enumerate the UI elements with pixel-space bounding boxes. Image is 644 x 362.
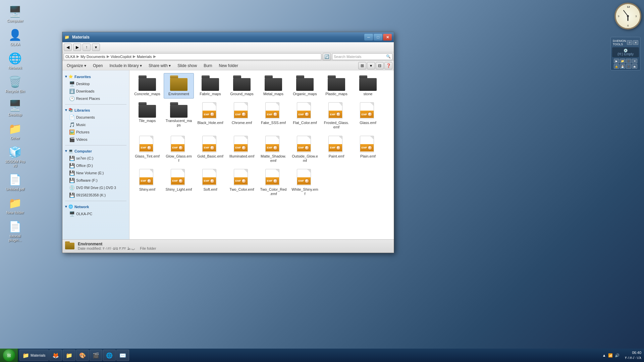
file-item-outside-glow[interactable]: EMF Outside_Glow.emf [290, 133, 320, 165]
daemon-tools-close[interactable]: ✕ [633, 40, 638, 45]
file-item-environment[interactable]: Environment [164, 73, 194, 99]
up-button[interactable]: ↑ [83, 44, 91, 51]
sidebar-item-e[interactable]: 💾 New Volume (E:) [62, 169, 129, 177]
sidebar-network-header[interactable]: ▾ 🌐 Network [62, 203, 129, 210]
file-item-fabric-maps[interactable]: Fabric_maps [195, 73, 225, 99]
sidebar-item-f[interactable]: 💾 Software (F:) [62, 177, 129, 184]
menu-organize[interactable]: Organize ▾ [64, 62, 89, 69]
tray-volume-icon[interactable]: 🔊 [615, 353, 620, 358]
details-pane-button[interactable]: ⊟ [376, 62, 384, 69]
sidebar-favorites-header[interactable]: ▾ ⭐ Favorites [62, 73, 129, 80]
dt-save[interactable]: 💾 [620, 64, 625, 69]
file-item-ground-maps[interactable]: Ground_maps [227, 73, 257, 99]
file-item-stone[interactable]: stone [353, 73, 383, 99]
close-button[interactable]: ✕ [383, 34, 392, 41]
sidebar-item-music[interactable]: 🎵 Music [62, 121, 129, 128]
menu-new-folder[interactable]: New folder [216, 62, 241, 69]
file-item-plain[interactable]: EMF Plain.emf [353, 133, 383, 165]
taskbar-item-explorer2[interactable]: 📁 [63, 350, 75, 361]
sidebar-item-k[interactable]: 💾 09158235358 (K:) [62, 191, 129, 199]
file-item-concrete-maps[interactable]: Concrete_maps [132, 73, 162, 99]
desktop-icon-computer[interactable]: 🖥️ Computer [3, 3, 27, 24]
file-item-chrome[interactable]: EMF Chrome.emf [227, 100, 257, 132]
tray-arrow-icon[interactable]: ▲ [602, 353, 606, 357]
dt-btn-1[interactable]: ▶ [614, 59, 619, 63]
dt-btn-4[interactable]: ✕ [632, 59, 637, 63]
view-toggle-button[interactable]: ▾ [367, 62, 375, 69]
file-item-translucent-maps[interactable]: Translucent_maps [164, 100, 194, 132]
sidebar-item-pictures[interactable]: 🖼️ Pictures [62, 128, 129, 136]
file-item-glass-tint[interactable]: EMF Glass_Tint.emf [132, 133, 162, 165]
file-item-two-color-red[interactable]: EMF Two_Color_Red.emf [258, 167, 288, 198]
view-options-button[interactable]: ⊞ [358, 62, 366, 69]
sidebar-item-c[interactable]: 💾 se7en (C:) [62, 155, 129, 162]
taskbar-item-photoshop[interactable]: 🎨 [76, 350, 89, 361]
minimize-button[interactable]: ─ [364, 34, 373, 41]
desktop-icon-pdf[interactable]: 📄 Untitled.pdf [3, 172, 27, 192]
menu-include-library[interactable]: Include in library ▾ [106, 62, 145, 69]
desktop-icon-desktop[interactable]: 🖥️ Desktop [3, 97, 27, 118]
recent-button[interactable]: ▾ [92, 44, 100, 51]
desktop-icon-tutorial[interactable]: 📄 tutorial plugin... [3, 219, 27, 243]
file-item-soft[interactable]: EMF Soft.emf [195, 167, 225, 198]
dt-btn-2[interactable]: 📁 [620, 59, 625, 63]
file-item-organic-maps[interactable]: Organic_maps [290, 73, 320, 99]
file-item-two-color[interactable]: EMF Two_Color.emf [227, 167, 257, 198]
file-item-flat-color[interactable]: EMF Flat_Color.emf [290, 100, 320, 132]
file-item-shiny-light[interactable]: EMF Shiny_Light.emf [164, 167, 194, 198]
path-seg-1[interactable]: My Documents [80, 55, 105, 59]
sidebar-item-d[interactable]: 💾 Office (D:) [62, 162, 129, 169]
taskbar-clock[interactable]: 06:40 ۲-۱۷-/۰۱/۸ [622, 350, 644, 361]
file-item-frosted-glass[interactable]: EMF Frosted_Glass.emf [321, 100, 352, 132]
sidebar-computer-header[interactable]: ▾ 💻 Computer [62, 147, 129, 155]
desktop-icon-olka[interactable]: 👤 OLKA [3, 27, 27, 48]
desktop-icon-recycle-bin[interactable]: 🗑️ Recycle Bin [3, 74, 27, 95]
file-item-plastic-maps[interactable]: Plastic_maps [321, 73, 352, 99]
dt-add[interactable]: ➕ [626, 64, 631, 69]
maximize-button[interactable]: □ [374, 34, 382, 41]
dt-lock[interactable]: 🔒 [614, 64, 619, 69]
desktop-icon-new-folder[interactable]: 📁 New folder [3, 195, 27, 216]
menu-slideshow[interactable]: Slide show [174, 62, 200, 69]
file-item-paint[interactable]: EMF Paint.emf [321, 133, 352, 165]
refresh-button[interactable]: 🔄 [323, 53, 331, 60]
daemon-tools-help[interactable]: ? [627, 40, 632, 45]
forward-button[interactable]: ▶ [73, 44, 81, 51]
taskbar-item-globe[interactable]: 🌐 [103, 350, 116, 361]
file-item-metal-maps[interactable]: Metal_maps [258, 73, 288, 99]
search-box[interactable]: Search Materials 🔍 [332, 53, 392, 60]
taskbar-item-explorer[interactable]: 📁 Materials [19, 350, 49, 361]
address-path[interactable]: OLKA ▶ My Documents ▶ VideoCopilot ▶ Mat… [64, 53, 321, 60]
sidebar-item-olka-pc[interactable]: 🖥️ OLKA-PC [62, 210, 129, 218]
menu-share-with[interactable]: Share with ▾ [146, 62, 174, 69]
taskbar-item-ae[interactable]: 🎬 [90, 350, 102, 361]
file-item-black-hole[interactable]: EMF Black_Hole.emf [195, 100, 225, 132]
sidebar-item-desktop[interactable]: 🖥️ Desktop [62, 80, 129, 87]
sidebar-libraries-header[interactable]: ▾ 📚 Libraries [62, 107, 129, 114]
file-item-glow-glass[interactable]: EMF Glow_Glass.emf [164, 133, 194, 165]
desktop-icon-other[interactable]: 📁 Other [3, 121, 27, 141]
desktop-icon-3dsom[interactable]: 🧊 3DSOM Pro v3 [3, 144, 27, 169]
menu-burn[interactable]: Burn [201, 62, 215, 69]
sidebar-item-recent[interactable]: 🕐 Recent Places [62, 95, 129, 102]
start-button[interactable]: ⊞ [0, 349, 18, 362]
file-item-gold-basic[interactable]: EMF Gold_Basic.emf [195, 133, 225, 165]
file-item-shiny[interactable]: EMF Shiny.emf [132, 167, 162, 198]
file-item-tile-maps[interactable]: Tile_maps [132, 100, 162, 132]
path-seg-0[interactable]: OLKA [65, 55, 75, 59]
path-seg-3[interactable]: Materials [137, 55, 152, 59]
help-button[interactable]: ❓ [384, 62, 392, 69]
dt-eject[interactable]: ⏏ [632, 64, 637, 69]
menu-open[interactable]: Open [90, 62, 106, 69]
file-item-fake-sss[interactable]: EMF Fake_SSS.emf [258, 100, 288, 132]
file-item-illuminated[interactable]: EMF Illuminated.emf [227, 133, 257, 165]
sidebar-item-downloads[interactable]: ⬇️ Downloads [62, 87, 129, 95]
sidebar-item-videos[interactable]: 🎬 Videos [62, 136, 129, 143]
daemon-tools-drive[interactable]: 💿 (H:) Empty [612, 47, 639, 57]
taskbar-item-email[interactable]: ✉️ [116, 350, 129, 361]
sidebar-item-g[interactable]: 💿 DVD RW Drive (G:) DVD 3 [62, 184, 129, 191]
desktop-icon-network[interactable]: 🌐 Network [3, 50, 27, 71]
taskbar-item-firefox[interactable]: 🦊 [49, 350, 62, 361]
sidebar-item-documents[interactable]: 📄 Documents [62, 114, 129, 121]
file-item-matte-shadow[interactable]: EMF Matte_Shadow.emf [258, 133, 288, 165]
